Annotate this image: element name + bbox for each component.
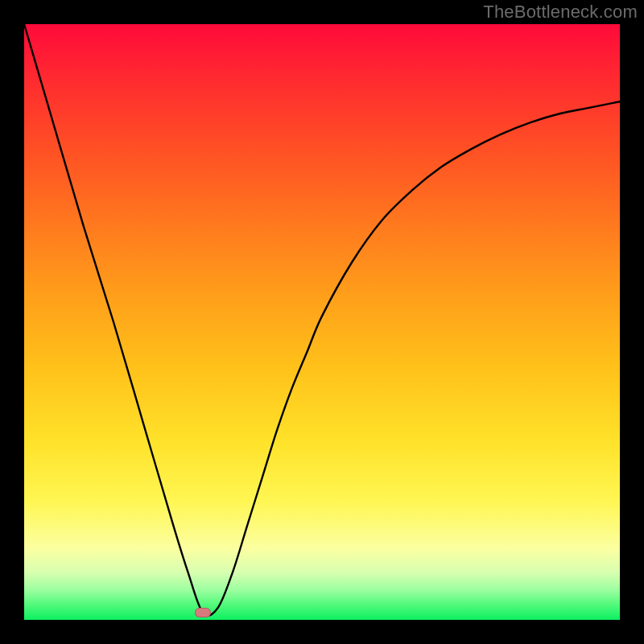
bottleneck-curve [24,24,620,616]
plot-area [24,24,620,620]
curve-layer [24,24,620,620]
chart-frame: TheBottleneck.com [0,0,644,644]
optimum-marker [195,608,211,617]
watermark-text: TheBottleneck.com [483,2,638,23]
